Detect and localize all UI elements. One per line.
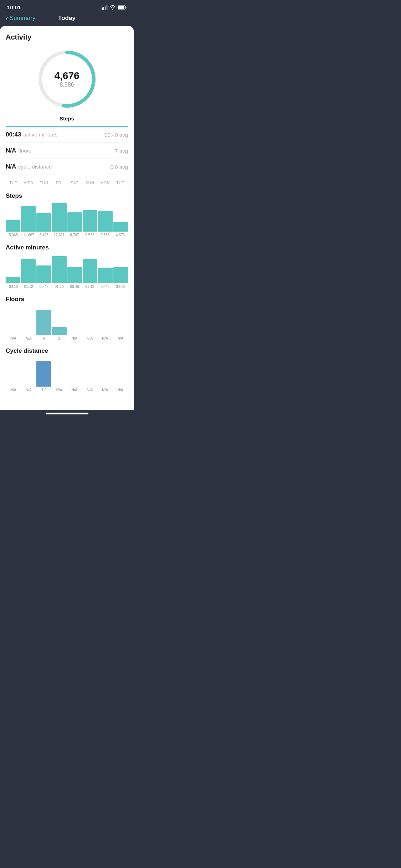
stats-section: 00:43 active minutes 00:40 avg N/A floor… <box>6 126 128 175</box>
signal-icon <box>102 5 108 10</box>
bar-col-1 <box>6 203 20 232</box>
fl-bar-col-7 <box>98 306 113 335</box>
back-label: Summary <box>10 15 36 22</box>
svg-rect-6 <box>126 6 127 8</box>
page-title: Today <box>58 15 76 22</box>
fl-val-4: 2 <box>52 336 67 340</box>
svg-rect-1 <box>103 7 104 10</box>
am-bar-col-3 <box>36 255 51 283</box>
day-8: TUE <box>113 181 128 185</box>
fl-bar-col-8 <box>113 306 128 335</box>
cycle-chart: Cycle distance N/A N/A 1.2 N/A N/A N/A N… <box>6 347 128 392</box>
day-1: TUE <box>6 181 21 185</box>
steps-bars <box>6 203 128 232</box>
cycle-bar-labels: N/A N/A 1.2 N/A N/A N/A N/A N/A <box>6 388 128 392</box>
cycle-bars <box>6 358 128 387</box>
cy-bar-col-6 <box>83 358 97 387</box>
svg-rect-2 <box>105 6 106 10</box>
fl-val-8: N/A <box>113 336 128 340</box>
chart-section: TUE WED THU FRI SAT SUN MON TUE Steps <box>6 181 128 392</box>
fl-val-6: N/A <box>82 336 97 340</box>
stat-left-floors: N/A floors <box>6 147 31 154</box>
am-val-8: 00:43 <box>113 285 128 289</box>
floors-avg: 7 avg <box>115 148 128 154</box>
am-val-4: 01:20 <box>52 285 67 289</box>
steps-val-6: 9,532 <box>82 233 97 237</box>
cy-val-4: N/A <box>52 388 67 392</box>
back-chevron-icon: ‹ <box>6 15 8 22</box>
fl-val-2: N/A <box>21 336 36 340</box>
steps-val-3: 8,426 <box>36 233 52 237</box>
cy-val-2: N/A <box>21 388 36 392</box>
status-bar: 10:01 <box>0 0 134 13</box>
cy-val-1: N/A <box>6 388 21 392</box>
am-bar-col-4 <box>52 255 66 283</box>
bar-col-3 <box>36 203 51 232</box>
fl-bar-col-4 <box>52 306 66 335</box>
floors-bar-labels: N/A N/A 6 2 N/A N/A N/A N/A <box>6 336 128 340</box>
fl-bar-col-2 <box>21 306 36 335</box>
wifi-icon <box>110 5 115 10</box>
floors-bars <box>6 306 128 335</box>
floors-label: floors <box>18 148 31 154</box>
steps-val-4: 12,611 <box>52 233 67 237</box>
fl-val-3: 6 <box>36 336 52 340</box>
am-val-1: 00:10 <box>6 285 21 289</box>
day-4: FRI <box>52 181 67 185</box>
activity-section-title: Activity <box>6 33 128 41</box>
am-bar-col-7 <box>98 255 113 283</box>
floors-chart: Floors N/A N/A 6 2 N/A N/A N/A N/A <box>6 296 128 340</box>
steps-val-7: 9,385 <box>97 233 113 237</box>
steps-label: Steps <box>60 115 74 122</box>
cycle-label: cycle distance <box>18 164 52 170</box>
cy-val-5: N/A <box>67 388 82 392</box>
day-3: THU <box>36 181 52 185</box>
days-row: TUE WED THU FRI SAT SUN MON TUE <box>6 181 128 185</box>
stat-row-floors[interactable]: N/A floors 7 avg <box>6 143 128 159</box>
bar-col-5 <box>67 203 82 232</box>
bar-col-8 <box>113 203 128 232</box>
active-minutes-chart-title: Active minutes <box>6 244 128 251</box>
cy-bar-col-1 <box>6 358 20 387</box>
cy-val-3: 1.2 <box>36 388 52 392</box>
day-7: MON <box>97 181 113 185</box>
stat-left-active: 00:43 active minutes <box>6 131 57 138</box>
am-bar-labels: 00:10 01:12 00:48 01:20 00:45 01:12 00:4… <box>6 285 128 289</box>
cy-bar-col-3 <box>36 358 51 387</box>
cycle-value: N/A <box>6 163 16 170</box>
fl-bar-col-3 <box>36 306 51 335</box>
am-bar-col-8 <box>113 255 128 283</box>
main-content: Activity 4,676 8,986 Steps 00:43 active … <box>0 26 134 410</box>
am-bar-col-1 <box>6 255 20 283</box>
day-5: SAT <box>67 181 82 185</box>
stat-left-cycle: N/A cycle distance <box>6 163 52 170</box>
cy-val-8: N/A <box>113 388 128 392</box>
fl-val-5: N/A <box>67 336 82 340</box>
am-bar-col-6 <box>83 255 97 283</box>
active-minutes-avg: 00:40 avg <box>104 132 128 138</box>
ring-wrapper: 4,676 8,986 <box>35 47 99 111</box>
steps-chart: Steps 5,045 11,667 8,426 12,611 8,707 9,… <box>6 192 128 237</box>
am-val-7: 00:42 <box>97 285 113 289</box>
active-minutes-label: active minutes <box>23 131 57 138</box>
stat-row-active-minutes[interactable]: 00:43 active minutes 00:40 avg <box>6 126 128 143</box>
cy-bar-col-2 <box>21 358 36 387</box>
cy-bar-col-5 <box>67 358 82 387</box>
bar-col-6 <box>83 203 97 232</box>
am-val-6: 01:12 <box>82 285 97 289</box>
floors-value: N/A <box>6 147 16 154</box>
day-2: WED <box>21 181 36 185</box>
stat-row-cycle[interactable]: N/A cycle distance 0.0 avg <box>6 159 128 175</box>
am-val-2: 01:12 <box>21 285 36 289</box>
steps-val-1: 5,045 <box>6 233 21 237</box>
am-val-3: 00:48 <box>36 285 52 289</box>
fl-bar-col-6 <box>83 306 97 335</box>
svg-rect-3 <box>107 5 108 10</box>
steps-val-8: 4,676 <box>113 233 128 237</box>
am-bar-col-5 <box>67 255 82 283</box>
am-val-5: 00:45 <box>67 285 82 289</box>
cy-val-7: N/A <box>97 388 113 392</box>
back-button[interactable]: ‹ Summary <box>6 15 35 22</box>
cycle-chart-title: Cycle distance <box>6 347 128 355</box>
nav-bar: ‹ Summary Today <box>0 13 134 26</box>
